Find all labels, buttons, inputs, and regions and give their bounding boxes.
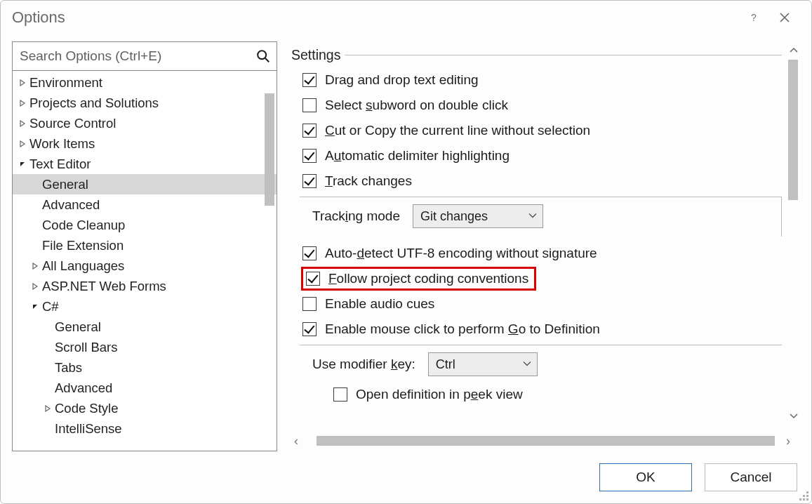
combo-value: Git changes [420,209,488,224]
expand-icon[interactable] [29,281,41,292]
expand-icon[interactable] [17,77,28,88]
checkbox[interactable] [302,98,317,112]
right-panel: Settings Drag and drop text editing Sele… [291,41,800,451]
opt-cut-copy[interactable]: Cut or Copy the current line without sel… [291,118,782,143]
opt-peek-view[interactable]: Open definition in peek view [307,382,775,407]
tree-item[interactable]: Advanced [13,378,277,398]
tree-item[interactable]: Text Editor [13,154,277,174]
modifier-key-label: Use modifier key: [312,357,415,372]
search-input[interactable] [18,48,255,65]
chevron-down-icon [523,357,531,372]
modifier-key-combo[interactable]: Ctrl [428,352,538,376]
tree-item-label: C# [42,299,59,314]
tree-item[interactable]: Code Cleanup [13,215,277,235]
opt-audio-cues[interactable]: Enable audio cues [291,291,782,317]
scroll-up-button[interactable] [787,44,800,57]
checkbox[interactable] [302,246,317,260]
search-icon [255,48,271,64]
opt-label: Track changes [325,173,412,189]
tree-item[interactable]: All Languages [13,256,277,276]
h-scroll-thumb[interactable] [317,436,775,446]
tracking-mode-label: Tracking mode [312,208,400,224]
scroll-right-icon[interactable]: › [786,434,797,449]
opt-follow-conventions[interactable]: Follow project coding conventions [291,266,782,291]
opt-auto-delimiter[interactable]: Automatic delimiter highlighting [291,143,782,168]
collapse-icon[interactable] [29,301,41,312]
opt-track-changes[interactable]: Track changes [291,168,782,194]
horizontal-scrollbar[interactable]: ‹ › [291,430,800,451]
svg-point-1 [258,51,266,59]
opt-label: Enable mouse click to perform Go to Defi… [325,321,600,337]
close-icon [779,12,790,23]
highlight-box: Follow project coding conventions [301,267,536,291]
tree-item-label: Environment [29,75,102,91]
close-button[interactable] [769,2,800,33]
tree-item[interactable]: General [13,174,277,194]
expand-icon[interactable] [29,260,41,272]
tracking-mode-combo[interactable]: Git changes [413,204,543,228]
goto-def-subgroup: Use modifier key: Ctrl Open definition i… [300,345,782,416]
ok-button[interactable]: OK [599,463,692,491]
checkbox[interactable] [306,272,320,286]
tree-item[interactable]: Advanced [13,194,277,215]
scroll-left-icon[interactable]: ‹ [294,434,305,449]
expand-icon[interactable] [17,118,28,129]
scroll-down-button[interactable] [787,409,800,422]
tree-item[interactable]: C# [13,296,277,317]
opt-label: Open definition in peek view [356,387,523,402]
tree-item-label: IntelliSense [55,421,122,437]
help-button[interactable]: ? [738,2,769,33]
opt-auto-detect-utf8[interactable]: Auto-detect UTF-8 encoding without signa… [291,241,782,266]
tree-item-label: File Extension [42,238,124,253]
tree-item-label: Projects and Solutions [29,95,159,111]
opt-label: Follow project coding conventions [328,271,528,286]
checkbox[interactable] [302,73,317,87]
tracking-subgroup: Tracking mode Git changes [300,197,782,237]
collapse-icon[interactable] [17,159,28,170]
cancel-button[interactable]: Cancel [705,463,797,491]
tree-item[interactable]: Projects and Solutions [13,93,277,113]
tree-item-label: Tabs [55,360,82,376]
opt-drag-drop[interactable]: Drag and drop text editing [291,67,782,93]
checkbox[interactable] [302,322,317,336]
tree-item[interactable]: Tabs [13,357,277,378]
expand-icon[interactable] [17,98,28,109]
tree-item[interactable]: File Extension [13,235,277,256]
tree-scrollbar[interactable] [265,93,274,206]
resize-grip-icon[interactable] [797,489,808,500]
opt-mouse-goto-def[interactable]: Enable mouse click to perform Go to Defi… [291,317,782,342]
settings-content: Settings Drag and drop text editing Sele… [291,41,800,430]
tree-item-label: General [42,177,88,192]
checkbox[interactable] [302,124,317,138]
tree-item-label: ASP.NET Web Forms [42,279,166,294]
checkbox[interactable] [302,297,317,311]
tree-item[interactable]: Work Items [13,133,277,154]
tree-item-label: Advanced [42,197,100,213]
tree-item[interactable]: Environment [13,72,277,93]
panel-scrollbar[interactable] [788,60,798,200]
search-box[interactable] [12,41,277,71]
tree-item-label: All Languages [42,258,124,274]
options-tree[interactable]: EnvironmentProjects and SolutionsSource … [12,71,277,451]
opt-subword[interactable]: Select subword on double click [291,93,782,118]
tree-item-label: General [55,319,101,335]
checkbox[interactable] [333,387,347,402]
chevron-up-icon [790,46,798,55]
chevron-down-icon [528,209,537,224]
tree-item[interactable]: General [13,317,277,337]
tree-item[interactable]: Source Control [13,113,277,133]
tree-item[interactable]: IntelliSense [13,418,277,439]
opt-label: Automatic delimiter highlighting [325,148,510,164]
tree-item[interactable]: Scroll Bars [13,337,277,357]
expand-icon[interactable] [17,138,28,150]
expand-icon[interactable] [42,403,53,414]
help-icon: ? [748,12,759,23]
checkbox[interactable] [302,174,317,188]
opt-label: Select subword on double click [325,98,508,113]
tree-item[interactable]: Code Style [13,398,277,418]
tree-item[interactable]: ASP.NET Web Forms [13,276,277,296]
opt-label: Enable audio cues [325,296,434,312]
tree-item-label: Advanced [55,380,112,396]
checkbox[interactable] [302,149,317,163]
svg-text:?: ? [751,12,757,23]
